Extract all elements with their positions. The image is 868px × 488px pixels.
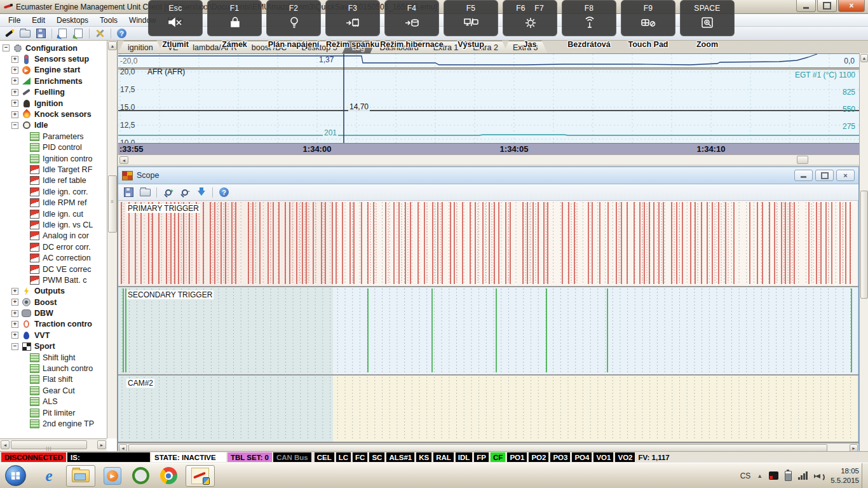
tab-lambda-afr[interactable]: lambda/AFR xyxy=(183,41,246,53)
collapse-box[interactable]: − xyxy=(11,122,18,129)
taskbar-media-player[interactable]: ▶ xyxy=(102,466,123,486)
sidebar-item-dc-error-corr-[interactable]: DC error corr. xyxy=(0,241,107,252)
sidebar-item-parameters[interactable]: Parameters xyxy=(0,131,107,142)
sidebar-item-boost[interactable]: +Boost xyxy=(0,297,107,308)
sidebar-item-engine-start[interactable]: +▶Engine start xyxy=(0,65,107,76)
scope-save-button[interactable] xyxy=(121,186,136,198)
sidebar-item-idle-ign-corr-[interactable]: Idle ign. corr. xyxy=(0,186,107,197)
close-button[interactable]: × xyxy=(838,0,865,12)
export-button[interactable] xyxy=(71,27,86,39)
menu-window[interactable]: Window xyxy=(123,15,162,26)
sidebar-item-ignition-contro[interactable]: Ignition contro xyxy=(0,153,107,164)
tools-button[interactable] xyxy=(93,27,107,39)
sidebar-item-pid-control[interactable]: PID control xyxy=(0,142,107,153)
expand-box[interactable]: + xyxy=(11,288,18,295)
show-desktop-button[interactable] xyxy=(862,463,868,488)
expand-box[interactable]: + xyxy=(11,111,18,118)
tree-scroll-right-button[interactable]: ► xyxy=(97,440,106,449)
language-indicator[interactable]: CS xyxy=(740,471,751,480)
sidebar-item-sensors-setup[interactable]: +Sensors setup xyxy=(0,53,107,64)
expand-box[interactable]: + xyxy=(11,299,18,306)
tab-boost-dc[interactable]: boost /DC xyxy=(242,41,297,53)
volume-icon[interactable] xyxy=(814,471,824,480)
scope-channels[interactable]: PRIMARY TRIGGERSECONDARY TRIGGERCAM#2 xyxy=(118,201,858,443)
sidebar-item-idle-ign-cut[interactable]: Idle ign. cut xyxy=(0,208,107,219)
open-file-button[interactable] xyxy=(18,27,32,39)
log-graph[interactable]: -20,0 1,37 0,0 AFR (AFR) 20,017,515,012,… xyxy=(118,53,859,164)
taskbar-burner-app[interactable] xyxy=(130,466,151,486)
tab-extra-2[interactable]: Extra 2 xyxy=(463,41,508,53)
tree-scroll-left-button[interactable]: ◄ xyxy=(1,440,10,449)
main-scroll-up-button[interactable]: ▲ xyxy=(860,54,868,62)
save-button[interactable] xyxy=(34,27,48,39)
sidebar-item-idle-ign-vs-cl[interactable]: Idle ign. vs CL xyxy=(0,219,107,230)
tree-hscrollbar-thumb[interactable]: ||| xyxy=(11,440,87,449)
collapse-box[interactable]: − xyxy=(3,44,10,51)
main-vertical-scrollbar[interactable]: ▲ xyxy=(859,53,868,451)
tray-app-icon[interactable] xyxy=(769,471,778,480)
taskbar-windows-explorer[interactable] xyxy=(66,465,95,487)
menu-help[interactable]: Help xyxy=(162,15,189,26)
sidebar-item-analog-in-cor[interactable]: Analog in cor xyxy=(0,231,107,241)
expand-box[interactable]: + xyxy=(11,100,18,107)
scope-close-button[interactable]: × xyxy=(836,170,855,181)
sidebar-item-enrichments[interactable]: +Enrichments xyxy=(0,76,107,86)
expand-box[interactable]: + xyxy=(11,56,18,63)
scope-channel-secondary-trigger[interactable]: SECONDARY TRIGGER xyxy=(118,287,858,376)
clock[interactable]: 18:05 5.5.2015 xyxy=(831,466,859,485)
sidebar-item-flat-shift[interactable]: Flat shift xyxy=(0,374,107,385)
start-button[interactable] xyxy=(5,465,26,486)
sidebar-item-shift-light[interactable]: Shift light xyxy=(0,352,107,363)
tab-extra-3[interactable]: Extra 3 xyxy=(503,41,548,53)
scope-channel-cam-2[interactable]: CAM#2 xyxy=(118,376,858,443)
expand-box[interactable]: + xyxy=(11,78,18,85)
sidebar-item-dbw[interactable]: +DBW xyxy=(0,308,107,318)
sidebar-item-idle-target-rf[interactable]: Idle Target RF xyxy=(0,164,107,175)
expand-box[interactable]: + xyxy=(11,332,18,339)
sidebar-item-als[interactable]: ALS xyxy=(0,396,107,407)
tab-ignition[interactable]: ignition xyxy=(118,41,163,53)
sidebar-item-2nd-engine-tp[interactable]: 2nd engine TP xyxy=(0,418,107,429)
chart-horizontal-scrollbar[interactable]: ◄ xyxy=(118,154,859,165)
chart-scroll-left-button[interactable]: ◄ xyxy=(119,156,128,164)
sidebar-item-pwm-batt-c[interactable]: PWM Batt. c xyxy=(0,274,107,285)
scope-zoom-out-button[interactable]: − xyxy=(177,186,192,198)
menu-tools[interactable]: Tools xyxy=(94,15,123,26)
scope-titlebar[interactable]: Scope × xyxy=(118,167,858,184)
sidebar-item-idle-ref-table[interactable]: Idle ref table xyxy=(0,175,107,186)
expand-box[interactable]: + xyxy=(11,310,18,317)
sidebar-item-pit-limiter[interactable]: Pit limiter xyxy=(0,407,107,418)
sidebar-item-ac-correction[interactable]: AC correction xyxy=(0,252,107,263)
sidebar-item-launch-contro[interactable]: Launch contro xyxy=(0,363,107,374)
tree-scroll-up-button[interactable]: ▲ xyxy=(108,41,117,50)
expand-box[interactable]: + xyxy=(11,321,18,328)
sidebar-item-ignition[interactable]: +Ignition xyxy=(0,98,107,109)
taskbar-chrome[interactable] xyxy=(158,466,179,486)
sidebar-item-outputs[interactable]: +Outputs xyxy=(0,286,107,297)
tab-desktop-5[interactable]: Desktop 5 xyxy=(292,41,346,53)
sidebar-item-configuration[interactable]: −Configuration xyxy=(0,43,107,53)
collapse-box[interactable]: − xyxy=(11,343,18,350)
sidebar-item-vvt[interactable]: +VVT xyxy=(0,330,107,341)
sidebar-item-dc-ve-correc[interactable]: DC VE correc xyxy=(0,264,107,274)
taskbar-emu-client[interactable] xyxy=(186,465,215,487)
sidebar-item-fuelling[interactable]: +Fuelling xyxy=(0,87,107,98)
tree-scrollbar-thumb[interactable]: ≡ xyxy=(108,175,117,233)
sidebar-item-gear-cut[interactable]: Gear Cut xyxy=(0,385,107,396)
hidden-icons-button[interactable]: ▲ xyxy=(757,473,763,479)
main-scrollbar-thumb[interactable] xyxy=(860,191,868,299)
expand-box[interactable]: + xyxy=(11,67,18,74)
import-button[interactable] xyxy=(55,27,70,39)
chart-scrollbar-thumb[interactable] xyxy=(797,156,808,164)
tab-log[interactable]: Log xyxy=(342,41,375,53)
tree-horizontal-scrollbar[interactable]: ◄ ||| ► xyxy=(0,438,107,451)
tree-vertical-scrollbar[interactable]: ▲ ≡ xyxy=(107,41,118,438)
sidebar-item-traction-contro[interactable]: +Traction contro xyxy=(0,319,107,330)
tab-dashboard[interactable]: Dashboard xyxy=(370,41,428,53)
sidebar-item-sport[interactable]: −Sport xyxy=(0,341,107,352)
menu-desktops[interactable]: Desktops xyxy=(51,15,94,26)
scope-open-button[interactable] xyxy=(138,186,153,198)
sidebar-item-knock-sensors[interactable]: +Knock sensors xyxy=(0,109,107,119)
sidebar-item-idle[interactable]: −Idle xyxy=(0,120,107,131)
battery-icon[interactable] xyxy=(785,471,792,481)
